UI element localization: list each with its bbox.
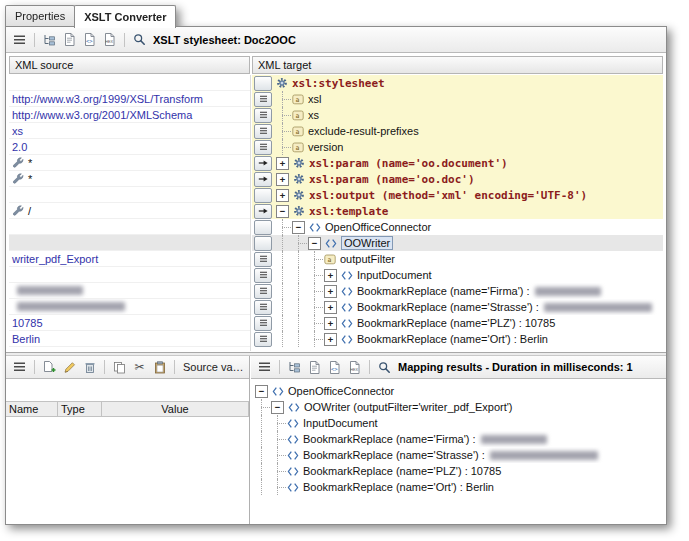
target-row[interactable]: +InputDocument bbox=[252, 267, 663, 283]
doc-text-icon[interactable] bbox=[306, 359, 323, 376]
target-row[interactable]: aoutputFilter bbox=[252, 251, 663, 267]
doc-xml-icon[interactable]: <> bbox=[81, 31, 98, 48]
mapping-connector-button[interactable] bbox=[254, 252, 272, 267]
mapping-connector-button[interactable] bbox=[254, 188, 272, 203]
mapping-connector-button[interactable] bbox=[254, 284, 272, 299]
source-row[interactable] bbox=[9, 267, 250, 283]
tree-node-label[interactable]: BookmarkReplace (name='Strasse') : bbox=[303, 449, 485, 461]
tree-expander[interactable]: + bbox=[324, 333, 337, 346]
tree-expander[interactable]: − bbox=[255, 385, 268, 398]
tree-node-label[interactable]: xsl:template bbox=[309, 205, 388, 218]
target-row[interactable]: +xsl:output (method='xml' encoding='UTF-… bbox=[252, 187, 663, 203]
new-doc-icon[interactable] bbox=[41, 359, 58, 376]
tree-expander[interactable]: + bbox=[324, 269, 337, 282]
result-row[interactable]: −OpenOfficeConnector bbox=[255, 383, 663, 399]
tree-node-label[interactable]: BookmarkReplace (name='Ort') : Berlin bbox=[357, 333, 548, 345]
target-row[interactable]: axs bbox=[252, 107, 663, 123]
tree-node-label[interactable]: BookmarkReplace (name='PLZ') : 10785 bbox=[303, 465, 501, 477]
tree-node-label[interactable]: OOWriter bbox=[341, 236, 393, 250]
tree-expander[interactable]: + bbox=[276, 173, 289, 186]
menu-icon[interactable] bbox=[256, 359, 273, 376]
tree-node-label[interactable]: BookmarkReplace (name='PLZ') : 10785 bbox=[357, 317, 555, 329]
result-row[interactable]: BookmarkReplace (name='Firma') : bbox=[255, 431, 663, 447]
target-row[interactable]: −OpenOfficeConnector bbox=[252, 219, 663, 235]
mapping-connector-button[interactable] bbox=[254, 316, 272, 331]
tree-node-label[interactable]: InputDocument bbox=[357, 269, 432, 281]
copy-icon[interactable] bbox=[111, 359, 128, 376]
mapping-connector-button[interactable] bbox=[254, 300, 272, 315]
source-row[interactable] bbox=[9, 219, 250, 235]
tree-node-label[interactable]: xsl:stylesheet bbox=[292, 77, 385, 90]
result-row[interactable]: InputDocument bbox=[255, 415, 663, 431]
result-row[interactable]: BookmarkReplace (name='PLZ') : 10785 bbox=[255, 463, 663, 479]
tree-node-label[interactable]: xsl:output (method='xml' encoding='UTF-8… bbox=[309, 189, 587, 202]
tree-expander[interactable]: − bbox=[292, 221, 305, 234]
tree-node-label[interactable]: OpenOfficeConnector bbox=[325, 221, 431, 233]
tree-expander[interactable]: − bbox=[276, 205, 289, 218]
result-row[interactable]: BookmarkReplace (name='Strasse') : bbox=[255, 447, 663, 463]
mapping-connector-button[interactable] bbox=[254, 268, 272, 283]
tree-node-label[interactable]: xsl:param (name='oo.doc') bbox=[309, 173, 475, 186]
target-row[interactable]: +BookmarkReplace (name='PLZ') : 10785 bbox=[252, 315, 663, 331]
mapping-connector-button[interactable] bbox=[254, 236, 272, 251]
tree-expander[interactable]: + bbox=[276, 189, 289, 202]
target-row[interactable]: +BookmarkReplace (name='Ort') : Berlin bbox=[252, 331, 663, 347]
tab-xslt-converter[interactable]: XSLT Converter bbox=[74, 5, 176, 28]
tree-expander[interactable]: − bbox=[308, 237, 321, 250]
source-row[interactable]: xs bbox=[9, 123, 250, 139]
edit-icon[interactable] bbox=[61, 359, 78, 376]
panel-divider[interactable] bbox=[250, 75, 251, 351]
tab-properties[interactable]: Properties bbox=[5, 5, 75, 26]
mapping-connector-button[interactable] bbox=[254, 76, 272, 91]
menu-icon[interactable] bbox=[11, 31, 28, 48]
mapping-connector-button[interactable] bbox=[254, 92, 272, 107]
mapping-connector-button[interactable] bbox=[254, 204, 272, 219]
mapping-connector-button[interactable] bbox=[254, 220, 272, 235]
target-row[interactable]: aexclude-result-prefixes bbox=[252, 123, 663, 139]
source-row[interactable]: 10785 bbox=[9, 315, 250, 331]
doc-hex-icon[interactable]: HEX bbox=[101, 31, 118, 48]
tree-node-label[interactable]: exclude-result-prefixes bbox=[308, 125, 419, 137]
target-row[interactable]: +BookmarkReplace (name='Strasse') : bbox=[252, 299, 663, 315]
search-icon[interactable] bbox=[131, 31, 148, 48]
tree-expander[interactable]: + bbox=[324, 317, 337, 330]
source-row[interactable]: http://www.w3.org/1999/XSL/Transform bbox=[9, 91, 250, 107]
source-row[interactable] bbox=[9, 75, 250, 91]
tree-node-label[interactable]: BookmarkReplace (name='Ort') : Berlin bbox=[303, 481, 494, 493]
search-icon[interactable] bbox=[376, 359, 393, 376]
target-row[interactable]: +BookmarkReplace (name='Firma') : bbox=[252, 283, 663, 299]
source-row[interactable]: Berlin bbox=[9, 331, 250, 347]
target-row[interactable]: +xsl:param (name='oo.doc') bbox=[252, 171, 663, 187]
column-header-value[interactable]: Value bbox=[102, 402, 249, 416]
tree-node-label[interactable]: BookmarkReplace (name='Strasse') : bbox=[357, 301, 539, 313]
result-row[interactable]: −OOWriter (outputFilter='writer_pdf_Expo… bbox=[255, 399, 663, 415]
tree-expander[interactable]: − bbox=[271, 401, 284, 414]
result-row[interactable]: BookmarkReplace (name='Ort') : Berlin bbox=[255, 479, 663, 495]
target-row[interactable]: xsl:stylesheet bbox=[252, 75, 663, 91]
tree-node-label[interactable]: xsl bbox=[308, 93, 321, 105]
source-row[interactable] bbox=[9, 187, 250, 203]
target-row[interactable]: +xsl:param (name='oo.document') bbox=[252, 155, 663, 171]
source-row[interactable] bbox=[9, 299, 250, 315]
tree-node-label[interactable]: outputFilter bbox=[340, 253, 395, 265]
column-header-name[interactable]: Name bbox=[6, 402, 58, 416]
tree-expander[interactable]: + bbox=[324, 301, 337, 314]
source-row[interactable]: writer_pdf_Export bbox=[9, 251, 250, 267]
tree-node-label[interactable]: xs bbox=[308, 109, 319, 121]
delete-icon[interactable] bbox=[81, 359, 98, 376]
tree-node-label[interactable]: xsl:param (name='oo.document') bbox=[309, 157, 508, 170]
mapping-connector-button[interactable] bbox=[254, 156, 272, 171]
target-row[interactable]: −OOWriter bbox=[252, 235, 663, 251]
source-row[interactable]: http://www.w3.org/2001/XMLSchema bbox=[9, 107, 250, 123]
mapping-connector-button[interactable] bbox=[254, 124, 272, 139]
doc-hex-icon[interactable]: HEX bbox=[346, 359, 363, 376]
tree-icon[interactable] bbox=[41, 31, 58, 48]
tree-node-label[interactable]: BookmarkReplace (name='Firma') : bbox=[357, 285, 530, 297]
tree-node-label[interactable]: version bbox=[308, 141, 343, 153]
paste-icon[interactable] bbox=[151, 359, 168, 376]
menu-icon[interactable] bbox=[11, 359, 28, 376]
source-row[interactable]: * bbox=[9, 171, 250, 187]
tree-node-label[interactable]: BookmarkReplace (name='Firma') : bbox=[303, 433, 476, 445]
tree-expander[interactable]: + bbox=[324, 285, 337, 298]
target-row[interactable]: aversion bbox=[252, 139, 663, 155]
